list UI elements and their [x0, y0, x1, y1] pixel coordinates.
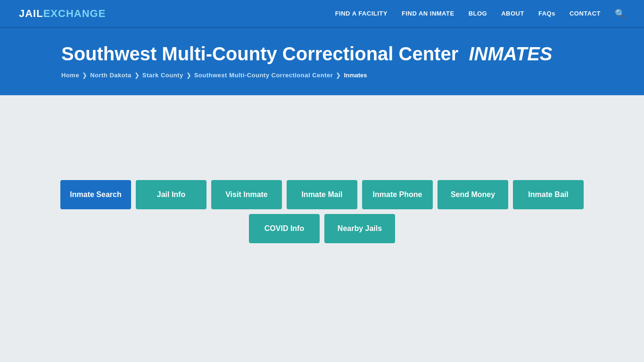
main-content: Inmate Search Jail Info Visit Inmate Inm…	[0, 95, 644, 331]
search-icon-button[interactable]: 🔍	[615, 8, 625, 19]
breadcrumb-facility[interactable]: Southwest Multi-County Correctional Cent…	[194, 72, 333, 79]
site-logo[interactable]: JAIL EXCHANGE	[19, 8, 106, 20]
button-row-1: Inmate Search Jail Info Visit Inmate Inm…	[60, 180, 584, 209]
page-title: Southwest Multi-County Correctional Cent…	[61, 42, 625, 65]
breadcrumb-sep-2: ❯	[134, 72, 140, 79]
visit-inmate-button[interactable]: Visit Inmate	[211, 180, 282, 209]
send-money-button[interactable]: Send Money	[438, 180, 508, 209]
jail-info-button[interactable]: Jail Info	[136, 180, 206, 209]
nearby-jails-button[interactable]: Nearby Jails	[324, 214, 395, 243]
logo-exchange: EXCHANGE	[43, 8, 106, 20]
logo-jail: JAIL	[19, 8, 43, 20]
inmate-search-button[interactable]: Inmate Search	[60, 180, 131, 209]
nav-blog[interactable]: BLOG	[469, 10, 487, 17]
page-title-main: Southwest Multi-County Correctional Cent…	[61, 43, 458, 64]
page-title-italic: INMATES	[469, 43, 552, 64]
nav-contact[interactable]: CONTACT	[570, 10, 601, 17]
button-row-2: COVID Info Nearby Jails	[249, 214, 395, 243]
nav-about[interactable]: ABOUT	[501, 10, 524, 17]
breadcrumb-sep-3: ❯	[186, 72, 191, 79]
inmate-phone-button[interactable]: Inmate Phone	[362, 180, 433, 209]
breadcrumb: Home ❯ North Dakota ❯ Stark County ❯ Sou…	[61, 72, 625, 79]
inmate-bail-button[interactable]: Inmate Bail	[513, 180, 584, 209]
breadcrumb-home[interactable]: Home	[61, 72, 79, 79]
nav-faqs[interactable]: FAQs	[538, 10, 555, 17]
site-header: JAIL EXCHANGE FIND A FACILITY FIND AN IN…	[0, 0, 644, 28]
covid-info-button[interactable]: COVID Info	[249, 214, 320, 243]
action-button-grid: Inmate Search Jail Info Visit Inmate Inm…	[60, 180, 584, 243]
breadcrumb-sep-1: ❯	[82, 72, 87, 79]
breadcrumb-current: Inmates	[344, 72, 367, 79]
breadcrumb-sep-4: ❯	[336, 72, 341, 79]
breadcrumb-stark-county[interactable]: Stark County	[142, 72, 183, 79]
nav-find-facility[interactable]: FIND A FACILITY	[335, 10, 388, 17]
main-nav: FIND A FACILITY FIND AN INMATE BLOG ABOU…	[335, 8, 625, 19]
nav-find-inmate[interactable]: FIND AN INMATE	[402, 10, 454, 17]
inmate-mail-button[interactable]: Inmate Mail	[287, 180, 357, 209]
hero-section: Southwest Multi-County Correctional Cent…	[0, 28, 644, 95]
breadcrumb-north-dakota[interactable]: North Dakota	[90, 72, 132, 79]
